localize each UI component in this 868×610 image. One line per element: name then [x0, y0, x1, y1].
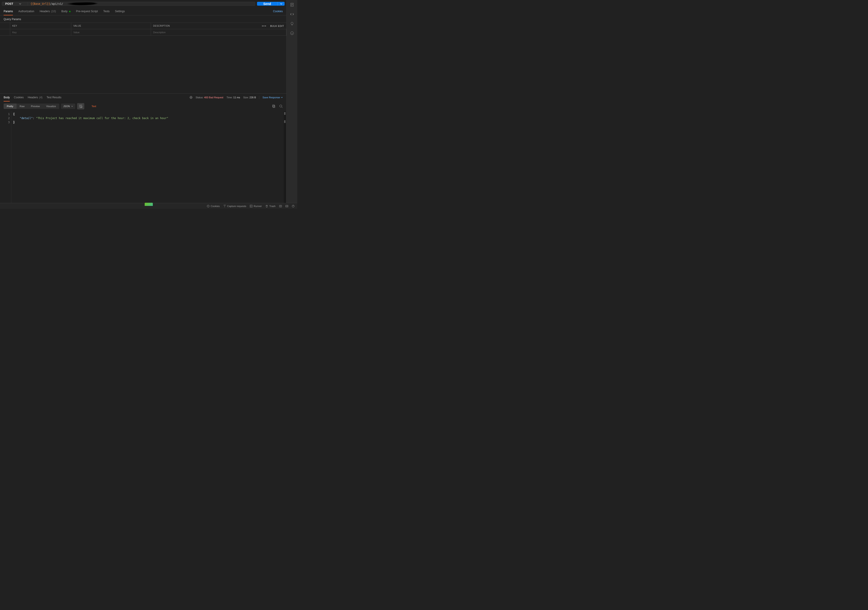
- info-icon[interactable]: [290, 31, 294, 35]
- response-tab-cookies[interactable]: Cookies: [14, 94, 23, 101]
- panels-icon[interactable]: [279, 205, 282, 207]
- bulk-edit-button[interactable]: Bulk Edit: [270, 25, 284, 27]
- svg-point-4: [207, 205, 209, 207]
- tab-tests[interactable]: Tests: [103, 8, 110, 15]
- url-path: /api/v1/: [50, 2, 63, 5]
- footer-trash[interactable]: Trash: [265, 205, 276, 207]
- line-gutter: 123: [0, 111, 11, 209]
- footer-runner[interactable]: Runner: [250, 205, 262, 207]
- globe-icon[interactable]: [189, 96, 192, 99]
- lightbulb-icon[interactable]: [290, 22, 294, 26]
- tab-body[interactable]: Body: [61, 8, 71, 15]
- http-method-select[interactable]: POST: [2, 2, 28, 6]
- chevron-down-icon: [19, 3, 21, 5]
- response-tab-headers[interactable]: Headers (4): [28, 94, 42, 101]
- tab-params[interactable]: Params: [4, 8, 13, 15]
- response-tabs-row: Body Cookies Headers (4) Test Results St…: [0, 94, 287, 101]
- send-options-button[interactable]: [277, 2, 285, 6]
- format-select[interactable]: JSON: [61, 104, 75, 109]
- status-label: Status: 400 Bad Request: [196, 96, 223, 99]
- time-value: 11 ms: [233, 96, 240, 99]
- play-icon: [250, 205, 253, 207]
- right-sidebar: [287, 0, 297, 209]
- url-variable: {{Base_Url}}: [31, 2, 50, 5]
- value-input[interactable]: Value: [71, 29, 151, 36]
- key-input[interactable]: Key: [10, 29, 71, 36]
- documentation-icon[interactable]: [290, 3, 294, 7]
- app-icon[interactable]: [145, 203, 153, 206]
- footer-cookies[interactable]: Cookies: [207, 205, 220, 207]
- text-indicator: Text: [91, 105, 96, 108]
- cookie-icon: [207, 205, 209, 207]
- active-dot-icon: [69, 11, 71, 12]
- col-value: VALUE: [71, 23, 151, 29]
- status-value: 400 Bad Request: [204, 96, 223, 99]
- svg-point-5: [208, 206, 208, 206]
- tab-settings[interactable]: Settings: [115, 8, 125, 15]
- query-params-table: KEY VALUE DESCRIPTION ••• Bulk Edit Key …: [0, 23, 287, 36]
- trash-icon: [265, 205, 268, 207]
- svg-rect-2: [273, 105, 274, 107]
- search-icon[interactable]: [279, 104, 283, 108]
- code-icon[interactable]: [290, 12, 294, 16]
- size-label: Size: 226 B: [243, 96, 256, 99]
- svg-point-7: [208, 206, 209, 207]
- cookies-link[interactable]: Cookies: [273, 10, 283, 13]
- view-raw[interactable]: Raw: [17, 104, 28, 109]
- request-url-row: POST {{Base_Url}}/api/v1/ Send: [0, 0, 287, 8]
- chevron-down-icon: [281, 96, 283, 98]
- view-preview[interactable]: Preview: [28, 104, 43, 109]
- svg-point-3: [280, 105, 282, 107]
- size-value: 226 B: [250, 96, 256, 99]
- col-key: KEY: [10, 23, 71, 29]
- response-body-code[interactable]: 123 { "detail": "This Project has reache…: [0, 111, 287, 209]
- svg-rect-1: [273, 105, 275, 108]
- time-label: Time: 11 ms: [226, 96, 240, 99]
- antenna-icon: [223, 205, 226, 207]
- request-tabs-row: Params Authorization Headers (10) Body P…: [0, 8, 287, 15]
- tab-headers[interactable]: Headers (10): [40, 8, 56, 15]
- response-tab-body[interactable]: Body: [4, 94, 10, 101]
- wrap-icon: [79, 105, 82, 108]
- send-button[interactable]: Send: [257, 2, 277, 6]
- query-params-label: Query Params: [0, 15, 287, 23]
- svg-point-6: [208, 206, 209, 206]
- view-pretty[interactable]: Pretty: [4, 104, 17, 109]
- copy-icon[interactable]: [272, 104, 276, 108]
- description-input[interactable]: Description: [151, 29, 286, 36]
- save-response-button[interactable]: Save Response: [262, 96, 283, 99]
- http-method-value: POST: [5, 2, 13, 5]
- more-options-icon[interactable]: •••: [262, 25, 267, 28]
- scrollbar[interactable]: [284, 111, 286, 209]
- response-tab-test-results[interactable]: Test Results: [46, 94, 61, 101]
- wrap-lines-button[interactable]: [77, 103, 84, 109]
- tab-authorization[interactable]: Authorization: [18, 8, 34, 15]
- layout-icon[interactable]: [285, 205, 288, 207]
- help-icon[interactable]: [292, 205, 294, 207]
- chevron-down-icon: [280, 3, 282, 5]
- view-visualize[interactable]: Visualize: [43, 104, 59, 109]
- response-view-row: Pretty Raw Preview Visualize JSON Text: [0, 101, 287, 111]
- url-input[interactable]: {{Base_Url}}/api/v1/: [28, 2, 255, 6]
- footer-capture-requests[interactable]: Capture requests: [223, 205, 246, 207]
- table-row[interactable]: Key Value Description: [0, 29, 287, 36]
- col-description: DESCRIPTION ••• Bulk Edit: [151, 23, 286, 29]
- status-bar: Cookies Capture requests Runner Trash: [0, 203, 297, 209]
- tab-pre-request-script[interactable]: Pre-request Script: [76, 8, 98, 15]
- url-redacted: [64, 2, 98, 5]
- chevron-down-icon: [71, 105, 73, 107]
